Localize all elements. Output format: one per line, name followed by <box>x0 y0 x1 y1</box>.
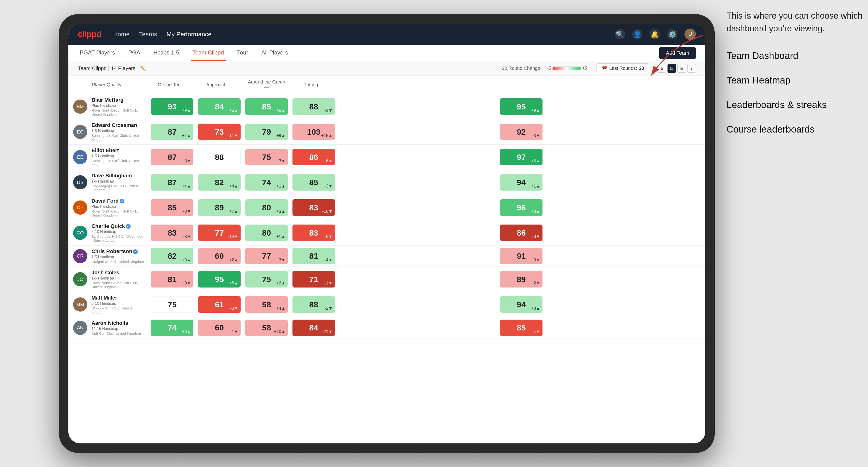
stat-change: -10▼ <box>322 209 333 214</box>
table-row[interactable]: BM Blair McHarg Plus Handicap Royal Nort… <box>68 94 705 119</box>
player-name: Matt Miller <box>92 295 144 301</box>
stat-box: 60 -1▼ <box>198 319 241 336</box>
tab-pga[interactable]: PGA <box>126 45 142 61</box>
stat-change: +15▲ <box>321 133 333 138</box>
stat-change: -8▼ <box>532 234 540 239</box>
stat-box: 93 +9▲ <box>151 98 193 115</box>
player-name: Josh Coles <box>92 270 144 276</box>
stat-box: 60 +2▲ <box>198 248 241 264</box>
tab-hcaps[interactable]: Hcaps 1-5 <box>152 45 181 61</box>
table-row[interactable]: MM Matt Miller 6-10 Handicap Woburn Golf… <box>68 292 705 317</box>
stat-cell-putting: 95 +9▲ <box>337 94 705 119</box>
stat-box: 58 +4▲ <box>245 296 288 313</box>
stat-box: 88 -1▼ <box>292 98 335 115</box>
player-info: CR Chris Robertson✓ 1-5 Handicap Craigmi… <box>73 248 144 264</box>
player-club: Craigmillar Park, United Kingdom <box>92 260 144 264</box>
table-row[interactable]: CQ Charlie Quick✓ 6-10 Handicap St. Geor… <box>68 220 705 246</box>
stat-value: 77 <box>215 228 224 238</box>
player-cell: DB Dave Billingham 1-5 Handicap Gog Mago… <box>68 170 149 195</box>
stat-value: 87 <box>168 153 177 162</box>
col-header-off-tee[interactable]: Off the Tee — <box>149 75 196 94</box>
tab-team-clippd[interactable]: Team Clippd <box>191 45 226 61</box>
stat-cell-off_tee: 61 -3▼ <box>196 292 243 317</box>
table-row[interactable]: JC Josh Coles 1-5 Handicap Royal North D… <box>68 267 705 292</box>
table-row[interactable]: CR Chris Robertson✓ 1-5 Handicap Craigmi… <box>68 246 705 267</box>
stat-value: 75 <box>262 153 271 162</box>
table-row[interactable]: EC Edward Crossman 1-5 Handicap Sunningd… <box>68 119 705 145</box>
stat-box: 94 +1▲ <box>500 174 542 191</box>
stat-change: -2▼ <box>324 306 333 311</box>
stat-cell-approach: 77 -3▼ <box>243 246 290 267</box>
annotation-arrow <box>637 33 708 80</box>
stat-box: 97 +5▲ <box>500 149 542 165</box>
player-details: Chris Robertson✓ 1-5 Handicap Craigmilla… <box>92 248 144 264</box>
player-details: Charlie Quick✓ 6-10 Handicap St. George'… <box>92 223 144 243</box>
annotation-items: Team Dashboard Team Heatmap Leaderboards… <box>726 49 863 136</box>
stat-cell-around_green: 86 -6▼ <box>290 145 337 170</box>
nav-links: Home Teams My Performance <box>113 31 615 38</box>
table-row[interactable]: DB Dave Billingham 1-5 Handicap Gog Mago… <box>68 170 705 195</box>
team-name-label: Team Clippd | 14 Players <box>78 65 135 71</box>
table-header-row: Player Quality ↓ Off the Tee — Approach … <box>68 75 705 94</box>
player-handicap: 1-5 Handicap <box>92 154 144 158</box>
stat-change: +3▲ <box>182 257 191 262</box>
tab-all-players[interactable]: All Players <box>259 45 290 61</box>
nav-link-myperformance[interactable]: My Performance <box>166 31 212 38</box>
search-icon[interactable]: 🔍 <box>615 29 625 39</box>
col-header-approach[interactable]: Approach — <box>196 75 243 94</box>
tab-tour[interactable]: Tour <box>235 45 250 61</box>
stat-box: 82 +4▲ <box>198 174 241 191</box>
annotation-item-1: Team Heatmap <box>726 73 863 87</box>
player-handicap: 6-10 Handicap <box>92 302 144 306</box>
stat-value: 75 <box>168 300 177 309</box>
player-details: Blair McHarg Plus Handicap Royal North D… <box>92 97 144 116</box>
player-cell: BM Blair McHarg Plus Handicap Royal Nort… <box>68 94 149 119</box>
stat-change: +9▲ <box>276 133 285 138</box>
edit-icon[interactable]: ✏️ <box>140 66 146 71</box>
stat-value: 86 <box>517 228 526 238</box>
stat-value: 92 <box>517 127 526 136</box>
stat-value: 97 <box>517 153 526 162</box>
stat-box: 89 +7▲ <box>198 199 241 216</box>
stat-cell-off_tee: 82 +4▲ <box>196 170 243 195</box>
stat-cell-off_tee: 60 +2▲ <box>196 246 243 267</box>
stat-cell-quality: 93 +9▲ <box>149 94 196 119</box>
stat-value: 95 <box>517 102 526 111</box>
stat-box: 77 -14▼ <box>198 224 241 241</box>
nav-link-home[interactable]: Home <box>113 31 129 38</box>
stat-box: 75 <box>151 296 193 313</box>
table-row[interactable]: EE Elliot Ebert 1-5 Handicap Sunningdale… <box>68 145 705 170</box>
stat-cell-approach: 75 -3▼ <box>243 145 290 170</box>
stat-cell-quality: 74 +8▲ <box>149 317 196 338</box>
stat-cell-putting: 91 -3▼ <box>337 246 705 267</box>
stat-value: 75 <box>262 275 271 284</box>
stat-box: 83 -6▼ <box>292 224 335 241</box>
stat-box: 84 -21▼ <box>292 319 335 336</box>
stat-box: 103 +15▲ <box>292 124 335 140</box>
stat-change: -11▼ <box>228 133 238 138</box>
player-avatar: AN <box>73 321 87 335</box>
col-header-putting[interactable]: Putting — <box>290 75 337 94</box>
player-name: Dave Billingham <box>92 173 144 179</box>
stat-box: 92 -3▼ <box>500 124 542 140</box>
col-header-player[interactable]: Player Quality ↓ <box>68 75 149 94</box>
table-body: BM Blair McHarg Plus Handicap Royal Nort… <box>68 94 705 338</box>
stat-box: 83 -3▼ <box>151 224 193 241</box>
player-handicap: 11-15 Handicap <box>92 326 141 331</box>
table-container[interactable]: Player Quality ↓ Off the Tee — Approach … <box>68 75 705 443</box>
player-cell: MM Matt Miller 6-10 Handicap Woburn Golf… <box>68 292 149 317</box>
player-info: JC Josh Coles 1-5 Handicap Royal North D… <box>73 270 144 289</box>
player-avatar: BM <box>73 99 87 114</box>
player-avatar: MM <box>73 298 87 312</box>
stat-change: -3▼ <box>183 209 191 214</box>
table-row[interactable]: DF David Ford✓ Plus Handicap Royal North… <box>68 195 705 220</box>
stat-box: 87 +4▲ <box>151 174 193 191</box>
player-name: Chris Robertson✓ <box>92 248 144 254</box>
col-header-around-green[interactable]: Around the Green — <box>243 75 290 94</box>
nav-link-teams[interactable]: Teams <box>139 31 157 38</box>
table-row[interactable]: AN Aaron Nicholls 11-15 Handicap Drift G… <box>68 317 705 338</box>
stat-change: +1▲ <box>276 184 285 189</box>
player-details: Aaron Nicholls 11-15 Handicap Drift Golf… <box>92 320 141 335</box>
tab-pgat-players[interactable]: PGAT Players <box>78 45 117 61</box>
player-info: MM Matt Miller 6-10 Handicap Woburn Golf… <box>73 295 144 314</box>
